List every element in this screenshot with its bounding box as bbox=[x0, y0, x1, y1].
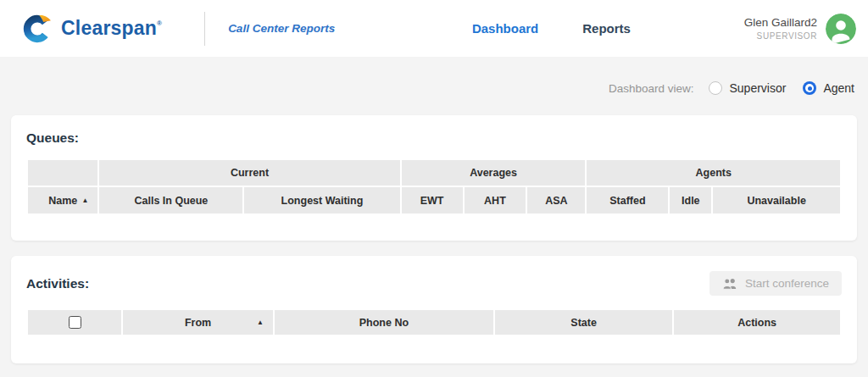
header-divider bbox=[204, 12, 205, 46]
app-header: Clearspan® Call Center Reports Dashboard… bbox=[0, 0, 868, 57]
column-header-staffed[interactable]: Staffed bbox=[586, 186, 669, 214]
radio-label: Supervisor bbox=[729, 81, 786, 95]
start-conference-label: Start conference bbox=[745, 277, 829, 290]
radio-option-agent[interactable]: Agent bbox=[803, 81, 854, 95]
queues-table: Current Averages Agents Name ▲ Calls In … bbox=[26, 158, 842, 215]
column-header-from[interactable]: From ▲ bbox=[122, 309, 274, 335]
column-header-phone-no[interactable]: Phone No bbox=[274, 309, 494, 335]
column-header-asa[interactable]: ASA bbox=[526, 186, 586, 214]
view-toggle-label: Dashboard view: bbox=[609, 82, 694, 95]
queues-group-header-row: Current Averages Agents bbox=[27, 159, 841, 186]
app-title: Call Center Reports bbox=[228, 22, 335, 35]
column-header-unavailable[interactable]: Unavailable bbox=[712, 186, 841, 214]
main-nav: Dashboard Reports bbox=[472, 21, 631, 36]
sort-asc-icon[interactable]: ▲ bbox=[257, 319, 264, 326]
radio-selected-icon[interactable] bbox=[803, 81, 816, 95]
column-header-select-all bbox=[27, 309, 122, 335]
activities-header-row: Activities: Start conference bbox=[26, 271, 842, 296]
avatar-person-icon bbox=[826, 14, 856, 44]
activities-table: From ▲ Phone No State Actions bbox=[26, 308, 842, 336]
activities-column-header-row: From ▲ Phone No State Actions bbox=[27, 309, 841, 335]
nav-reports[interactable]: Reports bbox=[582, 21, 631, 36]
column-header-name[interactable]: Name ▲ bbox=[27, 186, 98, 214]
user-info: Glen Gaillard2 SUPERVISOR bbox=[744, 16, 817, 41]
brand-name: Clearspan® bbox=[61, 17, 162, 40]
column-header-state[interactable]: State bbox=[494, 309, 673, 335]
clearspan-logo-icon bbox=[21, 13, 53, 45]
column-header-longest-waiting[interactable]: Longest Waiting bbox=[243, 186, 400, 214]
radio-label: Agent bbox=[823, 81, 854, 95]
start-conference-button[interactable]: Start conference bbox=[709, 271, 842, 296]
user-block[interactable]: Glen Gaillard2 SUPERVISOR bbox=[744, 14, 856, 44]
group-header-blank bbox=[27, 159, 98, 186]
column-header-idle[interactable]: Idle bbox=[669, 186, 712, 214]
radio-unselected-icon[interactable] bbox=[709, 81, 722, 95]
avatar[interactable] bbox=[826, 14, 856, 44]
user-name: Glen Gaillard2 bbox=[744, 16, 817, 29]
user-role: SUPERVISOR bbox=[744, 31, 817, 41]
nav-dashboard[interactable]: Dashboard bbox=[472, 21, 538, 36]
column-header-aht[interactable]: AHT bbox=[464, 186, 527, 214]
queues-title: Queues: bbox=[26, 130, 842, 146]
column-header-actions[interactable]: Actions bbox=[673, 309, 841, 335]
queues-panel: Queues: Current Averages Agents Name ▲ C… bbox=[11, 115, 857, 241]
radio-option-supervisor[interactable]: Supervisor bbox=[709, 81, 786, 95]
activities-title: Activities: bbox=[26, 276, 89, 291]
registered-mark: ® bbox=[157, 19, 162, 27]
group-header-agents: Agents bbox=[586, 159, 841, 186]
clearspan-logo[interactable]: Clearspan® bbox=[21, 13, 162, 45]
group-header-current: Current bbox=[98, 159, 400, 186]
conference-people-icon bbox=[722, 278, 737, 290]
activities-panel: Activities: Start conference From bbox=[11, 256, 857, 363]
select-all-checkbox[interactable] bbox=[69, 316, 81, 329]
column-header-calls-in-queue[interactable]: Calls In Queue bbox=[98, 186, 243, 214]
column-header-ewt[interactable]: EWT bbox=[401, 186, 464, 214]
dashboard-view-toggle: Dashboard view: Supervisor Agent bbox=[0, 80, 854, 97]
group-header-averages: Averages bbox=[401, 159, 587, 186]
queues-column-header-row: Name ▲ Calls In Queue Longest Waiting EW… bbox=[27, 186, 841, 214]
sort-asc-icon[interactable]: ▲ bbox=[82, 197, 89, 204]
